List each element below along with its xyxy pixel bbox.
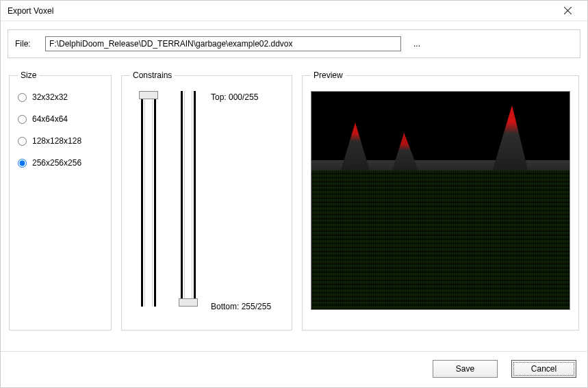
size-option-128[interactable]: 128x128x128 [18,136,103,146]
content-area: Size 32x32x32 64x64x64 128x128x128 256x2… [1,58,587,348]
window-title: Export Voxel [8,6,53,16]
constrains-group: Constrains Top: 000/255 Bottom: 255/255 [121,70,292,331]
terrain-ground [311,170,570,309]
size-radio-32[interactable] [18,93,27,102]
constrains-legend: Constrains [130,70,175,80]
file-path-input[interactable] [45,36,401,51]
size-radio-128[interactable] [18,137,27,146]
close-icon [564,7,572,14]
size-option-64[interactable]: 64x64x64 [18,114,103,124]
terrain-peak [339,122,372,177]
size-legend: Size [18,70,39,80]
constrain-bottom-label: Bottom: 255/255 [211,302,271,311]
export-voxel-window: Export Voxel File: ... Size 32x32x32 64x… [0,0,588,388]
size-radio-64[interactable] [18,115,27,124]
size-group: Size 32x32x32 64x64x64 128x128x128 256x2… [9,70,112,331]
size-radio-label: 256x256x256 [32,158,81,168]
slider-thumb[interactable] [179,298,198,307]
close-button[interactable] [553,2,582,20]
constrain-slider-bottom[interactable] [177,91,200,307]
constrains-labels: Top: 000/255 Bottom: 255/255 [211,92,271,311]
size-radio-label: 128x128x128 [32,136,81,146]
size-option-32[interactable]: 32x32x32 [18,92,103,102]
preview-legend: Preview [311,70,346,80]
size-radio-label: 32x32x32 [32,92,68,102]
preview-canvas [311,91,570,310]
save-button[interactable]: Save [433,360,498,378]
file-row: File: ... [8,29,580,58]
terrain-peak [489,105,531,181]
button-row: Save Cancel [1,351,587,387]
size-radio-label: 64x64x64 [32,114,68,124]
cancel-button[interactable]: Cancel [511,360,576,378]
slider-thumb[interactable] [139,91,158,99]
size-option-256[interactable]: 256x256x256 [18,158,103,168]
constrain-slider-top[interactable] [137,91,160,307]
browse-button[interactable]: ... [409,39,424,49]
constrain-top-label: Top: 000/255 [211,92,271,102]
size-radio-256[interactable] [18,159,27,168]
file-label: File: [15,39,37,49]
titlebar: Export Voxel [1,1,587,21]
preview-group: Preview [302,70,579,331]
size-radio-list: 32x32x32 64x64x64 128x128x128 256x256x25… [18,92,103,168]
